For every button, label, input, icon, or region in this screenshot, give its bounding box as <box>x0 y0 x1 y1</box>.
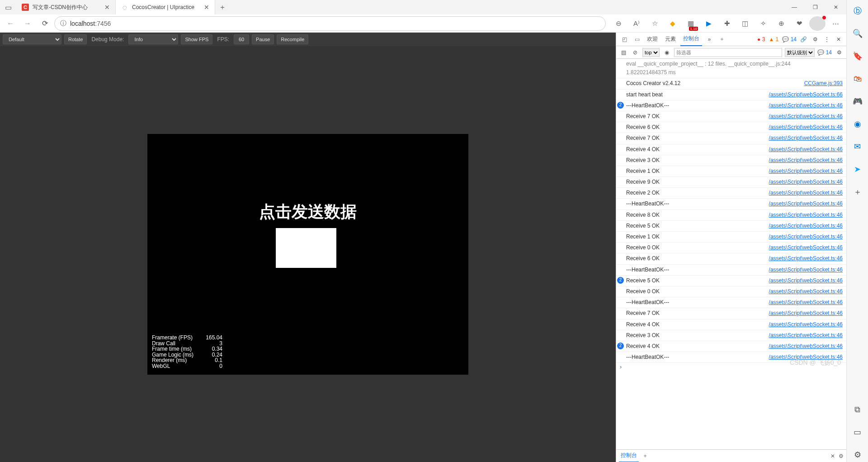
outlook-icon[interactable]: ✉ <box>850 139 865 154</box>
log-source-link[interactable]: /assets\Script\webSocket.ts:46 <box>769 178 843 186</box>
hidden-count[interactable]: 💬 14 <box>817 49 832 56</box>
log-source-link[interactable]: /assets\Script\webSocket.ts:46 <box>769 211 843 219</box>
drawer-close-icon[interactable]: ✕ <box>830 453 835 459</box>
console-log-line[interactable]: Receive 3 OK/assets\Script\webSocket.ts:… <box>616 330 846 341</box>
log-source-link[interactable]: /assets\Script\webSocket.ts:46 <box>769 145 843 154</box>
console-settings-icon[interactable]: ⚙ <box>835 49 844 56</box>
log-source-link[interactable]: /assets\Script\webSocket.ts:46 <box>769 342 843 351</box>
error-count[interactable]: ● 3 <box>757 36 765 43</box>
log-source-link[interactable]: /assets\Script\webSocket.ts:46 <box>769 320 843 329</box>
console-log-line[interactable]: Receive 0 OK/assets\Script\webSocket.ts:… <box>616 286 846 297</box>
filter-input[interactable] <box>674 48 782 57</box>
log-source-link[interactable]: /assets\Script\webSocket.ts:46 <box>769 189 843 197</box>
tag-icon[interactable]: 🔖 <box>850 49 865 63</box>
drawer-tab-console[interactable]: 控制台 <box>619 450 639 462</box>
close-window-button[interactable]: ✕ <box>826 0 846 14</box>
console-log-line[interactable]: 2Receive 5 OK/assets\Script\webSocket.ts… <box>616 276 846 286</box>
ext-play-icon[interactable]: ▶ <box>701 16 717 31</box>
live-expr-icon[interactable]: ◉ <box>662 49 671 56</box>
console-log-line[interactable]: Receive 3 OK/assets\Script\webSocket.ts:… <box>616 155 846 166</box>
game-canvas[interactable]: 点击发送数据 Framerate (FPS)165.04 Draw Call3 … <box>147 134 468 375</box>
console-log-line[interactable]: ---HeartBeatOK---/assets\Script\webSocke… <box>616 297 846 308</box>
sidebar-toggle-icon[interactable]: ▤ <box>619 49 628 56</box>
tab-welcome[interactable]: 欢迎 <box>644 33 660 46</box>
console-log-line[interactable]: Receive 7 OK/assets\Script\webSocket.ts:… <box>616 133 846 144</box>
issues-icon[interactable]: 🔗 <box>798 36 808 43</box>
console-log-line[interactable]: Receive 9 OK/assets\Script\webSocket.ts:… <box>616 177 846 188</box>
tab-overview-icon[interactable]: ▭ <box>0 0 16 14</box>
log-source-link[interactable]: /assets\Script\webSocket.ts:46 <box>769 243 843 252</box>
sidebar-toggle-icon[interactable]: ▭ <box>850 425 865 439</box>
log-source-link[interactable]: /assets\Script\webSocket.ts:46 <box>769 254 843 263</box>
log-source-link[interactable]: /assets\Script\webSocket.ts:46 <box>769 101 843 110</box>
browser-tab-cocos[interactable]: ◌ CocosCreator | UIpractice ✕ <box>116 0 215 14</box>
favorite-icon[interactable]: ☆ <box>646 16 663 31</box>
log-source-link[interactable]: /assets\Script\webSocket.ts:46 <box>769 123 843 132</box>
clear-console-icon[interactable]: ⊘ <box>631 49 640 56</box>
log-source-link[interactable]: /assets\Script\webSocket.ts:66 <box>769 90 843 99</box>
refresh-button[interactable]: ⟳ <box>37 16 52 31</box>
back-button[interactable]: ← <box>3 16 18 31</box>
site-info-icon[interactable]: ⓘ <box>60 19 66 28</box>
office-icon[interactable]: ◉ <box>850 117 865 131</box>
log-source-link[interactable]: /assets\Script\webSocket.ts:46 <box>769 298 843 307</box>
favorites-bar-icon[interactable]: ✧ <box>755 16 771 31</box>
game-white-rect[interactable] <box>276 228 336 268</box>
console-log-line[interactable]: Receive 7 OK/assets\Script\webSocket.ts:… <box>616 308 846 319</box>
search-icon[interactable]: 🔍 <box>850 26 865 41</box>
add-sidebar-icon[interactable]: ＋ <box>850 185 865 199</box>
console-log-line[interactable]: Receive 8 OK/assets\Script\webSocket.ts:… <box>616 210 846 221</box>
ext-yellow-icon[interactable]: ◆ <box>665 16 681 31</box>
console-log-line[interactable]: 2Receive 4 OK/assets\Script\webSocket.ts… <box>616 341 846 352</box>
log-source-link[interactable]: /assets\Script\webSocket.ts:46 <box>769 200 843 208</box>
browser-tab-csdn[interactable]: C 写文章-CSDN创作中心 ✕ <box>16 0 116 14</box>
log-source-link[interactable]: /assets\Script\webSocket.ts:46 <box>769 112 843 121</box>
maximize-button[interactable]: ❐ <box>805 0 826 14</box>
tab-close-icon[interactable]: ✕ <box>104 4 110 11</box>
console-log-line[interactable]: ---HeartBeatOK---/assets\Script\webSocke… <box>616 352 846 363</box>
log-source-link[interactable]: /assets\Script\webSocket.ts:46 <box>769 266 843 274</box>
console-log-line[interactable]: Receive 6 OK/assets\Script\webSocket.ts:… <box>616 122 846 133</box>
console-log-line[interactable]: Receive 2 OK/assets\Script\webSocket.ts:… <box>616 188 846 199</box>
console-log-line[interactable]: Receive 1 OK/assets\Script\webSocket.ts:… <box>616 166 846 177</box>
drawer-add-icon[interactable]: ＋ <box>642 452 648 460</box>
tab-console[interactable]: 控制台 <box>680 33 702 46</box>
profile-avatar[interactable] <box>809 16 826 31</box>
inspect-icon[interactable]: ◰ <box>619 36 630 43</box>
debugmode-select[interactable]: Info <box>128 34 178 44</box>
log-source-link[interactable]: /assets\Script\webSocket.ts:46 <box>769 156 843 165</box>
console-log-line[interactable]: Receive 7 OK/assets\Script\webSocket.ts:… <box>616 111 846 122</box>
new-tab-button[interactable]: ＋ <box>215 0 230 14</box>
console-log-line[interactable]: 2---HeartBeatOK---/assets\Script\webSock… <box>616 100 846 111</box>
tab-elements[interactable]: 元素 <box>662 33 679 46</box>
log-source-link[interactable]: /assets\Script\webSocket.ts:46 <box>769 309 843 318</box>
url-box[interactable]: ⓘ localhost:7456 <box>54 16 606 31</box>
bing-chat-icon[interactable]: ⓑ <box>850 4 865 18</box>
recompile-button[interactable]: Recompile <box>277 34 308 44</box>
log-source-link[interactable]: /assets\Script\webSocket.ts:46 <box>769 167 843 176</box>
extensions-icon[interactable]: ✚ <box>719 16 735 31</box>
more-icon[interactable]: ⋮ <box>822 36 832 43</box>
read-aloud-icon[interactable]: A⁾ <box>628 16 645 31</box>
more-tabs-icon[interactable]: » <box>704 36 715 43</box>
console-log-line[interactable]: Receive 6 OK/assets\Script\webSocket.ts:… <box>616 253 846 264</box>
context-select[interactable]: top <box>642 48 660 57</box>
showfps-button[interactable]: Show FPS <box>181 34 212 44</box>
device-preset-select[interactable]: Default <box>3 34 61 44</box>
console-log-line[interactable]: ---HeartBeatOK---/assets\Script\webSocke… <box>616 265 846 276</box>
console-log-line[interactable]: Receive 4 OK/assets\Script\webSocket.ts:… <box>616 319 846 330</box>
console-log-line[interactable]: ---HeartBeatOK---/assets\Script\webSocke… <box>616 199 846 210</box>
send-icon[interactable]: ➤ <box>850 162 865 176</box>
console-log-line[interactable]: Receive 5 OK/assets\Script\webSocket.ts:… <box>616 221 846 232</box>
zoom-icon[interactable]: ⊖ <box>610 16 627 31</box>
rotate-button[interactable]: Rotate <box>64 34 87 44</box>
console-log-line[interactable]: Cocos Creator v2.4.12CCGame.js:393 <box>616 78 846 89</box>
sidepanel-icon[interactable]: ◫ <box>737 16 753 31</box>
drawer-settings-icon[interactable]: ⚙ <box>839 453 844 459</box>
console-prompt[interactable]: › <box>616 363 846 371</box>
sidebar-settings-icon[interactable]: ⚙ <box>850 448 865 462</box>
log-source-link[interactable]: /assets\Script\webSocket.ts:46 <box>769 222 843 230</box>
log-source-link[interactable]: /assets\Script\webSocket.ts:46 <box>769 331 843 340</box>
console-log-line[interactable]: start heart beat/assets\Script\webSocket… <box>616 90 846 100</box>
console-log-line[interactable]: Receive 1 OK/assets\Script\webSocket.ts:… <box>616 232 846 243</box>
